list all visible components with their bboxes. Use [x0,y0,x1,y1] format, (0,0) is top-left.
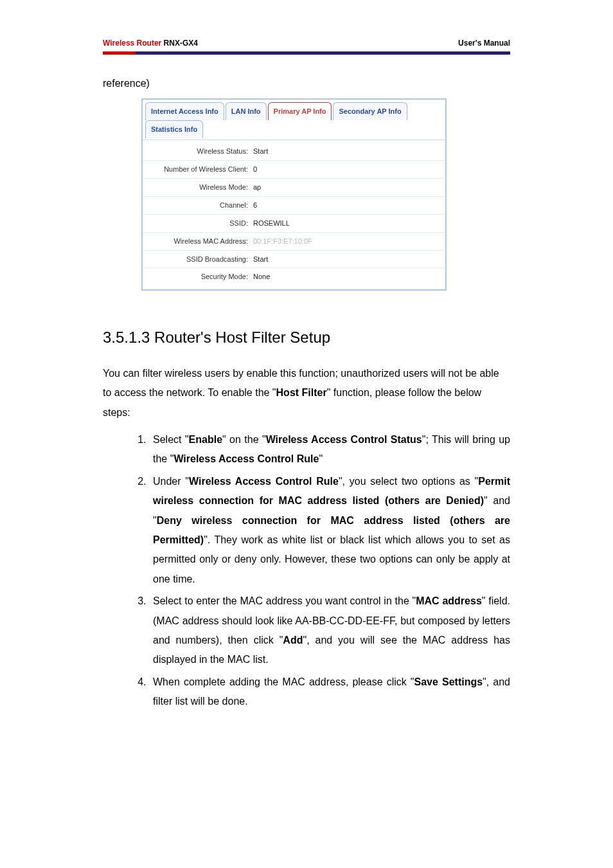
product-model: RNX-GX4 [164,39,198,48]
row-num-client: Number of Wireless Client: 0 [143,161,445,179]
label-broadcast: SSID Broadcasting: [143,253,252,266]
tab-internet-access[interactable]: Internet Access Info [145,102,224,120]
row-wireless-mode: Wireless Mode: ap [143,179,445,197]
row-wireless-status: Wireless Status: Start [143,143,445,161]
step-4: When complete adding the MAC address, pl… [149,673,510,712]
info-table: Wireless Status: Start Number of Wireles… [143,140,445,289]
value-ssid: ROSEWILL [252,217,445,230]
value-channel: 6 [252,199,445,212]
label-channel: Channel: [143,199,252,212]
header-divider [103,51,510,55]
row-security: Security Mode: None [143,268,445,285]
row-ssid: SSID: ROSEWILL [143,215,445,233]
section-heading: 3.5.1.3 Router's Host Filter Setup [103,323,510,352]
label-ssid: SSID: [143,217,252,230]
value-security: None [252,270,445,284]
tabs-row-1: Internet Access Info LAN Info Primary AP… [143,100,445,120]
value-wireless-status: Start [252,145,445,158]
label-wireless-status: Wireless Status: [143,145,252,158]
tab-lan-info[interactable]: LAN Info [226,102,267,120]
step-3: Select to enter the MAC address you want… [149,592,510,670]
label-wireless-mode: Wireless Mode: [143,181,252,194]
value-num-client: 0 [252,163,445,176]
router-ui-screenshot: Internet Access Info LAN Info Primary AP… [141,98,510,291]
row-broadcast: SSID Broadcasting: Start [143,251,445,269]
tab-statistics[interactable]: Statistics Info [145,120,203,138]
tab-primary-ap[interactable]: Primary AP Info [268,102,332,120]
step-2: Under "Wireless Access Control Rule", yo… [149,472,510,589]
tabs-row-2: Statistics Info [143,120,445,138]
row-mac: Wireless MAC Address: 00:1F:F3:E7:10:0F [143,233,445,251]
step-1: Select "Enable" on the "Wireless Access … [149,430,510,469]
page-header: Wireless Router RNX-GX4 User's Manual [103,39,510,51]
label-mac: Wireless MAC Address: [143,235,252,248]
label-num-client: Number of Wireless Client: [143,163,252,176]
label-security: Security Mode: [143,270,252,284]
header-right: User's Manual [458,39,510,48]
header-left: Wireless Router RNX-GX4 [103,39,198,48]
reference-continuation: reference) [103,74,510,93]
intro-paragraph: You can filter wireless users by enable … [103,364,510,422]
value-wireless-mode: ap [252,181,445,194]
product-prefix: Wireless Router [103,39,161,48]
value-mac: 00:1F:F3:E7:10:0F [252,235,445,248]
row-channel: Channel: 6 [143,197,445,215]
steps-list: Select "Enable" on the "Wireless Access … [103,430,510,711]
value-broadcast: Start [252,253,445,266]
tab-secondary-ap[interactable]: Secondary AP Info [333,102,407,120]
